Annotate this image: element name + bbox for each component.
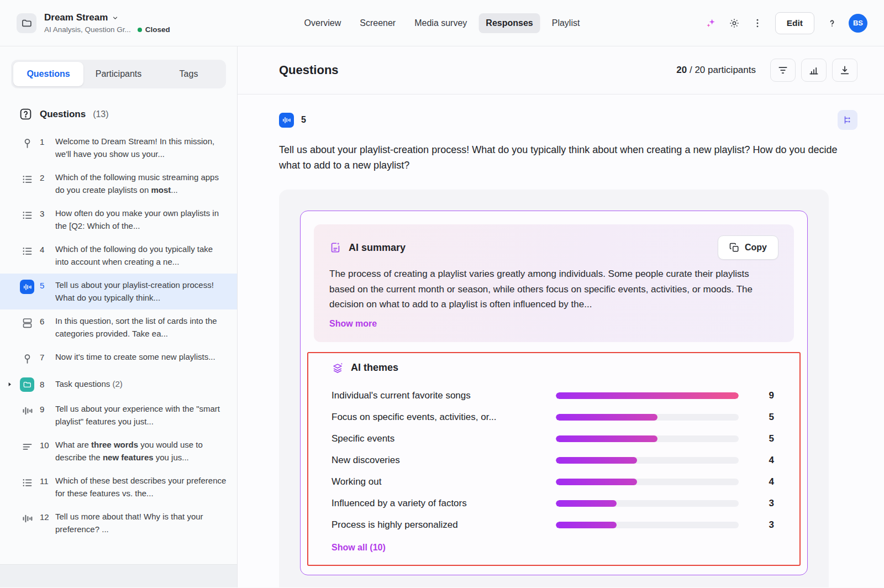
- ai-themes-section: AI themes Individual's current favorite …: [307, 352, 801, 566]
- ai-summary-icon: [329, 242, 341, 254]
- nav-media-survey[interactable]: Media survey: [407, 13, 474, 33]
- question-item-12[interactable]: 12Tell us more about that! Why is that y…: [0, 505, 237, 541]
- question-item-6[interactable]: 6In this question, sort the list of card…: [0, 309, 237, 345]
- list-icon: [20, 244, 34, 258]
- theme-label: Focus on specific events, activities, or…: [332, 412, 556, 423]
- sidebar: QuestionsParticipantsTags Questions (13)…: [0, 46, 238, 587]
- theme-label: Individual's current favorite songs: [332, 390, 556, 401]
- question-item-8[interactable]: 8Task questions (2): [0, 371, 237, 397]
- collapse-responses-button[interactable]: [838, 110, 857, 130]
- question-item-number: 10: [40, 439, 54, 450]
- question-item-number: 7: [40, 351, 54, 362]
- theme-row: Influenced by a variety of factors3: [332, 493, 774, 514]
- settings-button[interactable]: [724, 13, 744, 33]
- question-item-text: Welcome to Dream Stream! In this mission…: [55, 135, 228, 160]
- question-item-7[interactable]: 7Now it's time to create some new playli…: [0, 345, 237, 371]
- collapse-tree-icon: [843, 115, 853, 125]
- help-button[interactable]: [822, 13, 842, 33]
- main-header: Questions 20 / 20 participants: [238, 46, 884, 94]
- theme-row: Individual's current favorite songs9: [332, 385, 774, 407]
- theme-label: Specific events: [332, 433, 556, 444]
- question-item-4[interactable]: 4Which of the following do you typically…: [0, 238, 237, 274]
- theme-value: 9: [739, 390, 774, 401]
- top-bar: Dream Stream AI Analysis, Question Gr...…: [0, 0, 884, 46]
- nav-overview[interactable]: Overview: [297, 13, 349, 33]
- theme-bar: [556, 392, 739, 399]
- bar-chart-icon: [808, 65, 819, 76]
- audio-question-icon: [279, 113, 294, 128]
- theme-bar: [556, 522, 739, 528]
- list-icon: [20, 208, 34, 222]
- sparkle-icon: [706, 18, 717, 29]
- tab-participants[interactable]: Participants: [83, 62, 154, 86]
- app-body: QuestionsParticipantsTags Questions (13)…: [0, 46, 884, 587]
- expand-caret-icon[interactable]: [6, 381, 20, 388]
- question-item-5[interactable]: 5Tell us about your playlist-creation pr…: [0, 274, 237, 309]
- question-item-text: Which of these best describes your prefe…: [55, 475, 228, 500]
- project-title: Dream Stream: [44, 12, 108, 23]
- theme-bar: [556, 435, 739, 442]
- theme-label: Process is highly personalized: [332, 519, 556, 531]
- ai-summary-header: AI summary Copy: [329, 235, 778, 260]
- question-item-2[interactable]: 2Which of the following music streaming …: [0, 166, 237, 202]
- nav-responses[interactable]: Responses: [478, 13, 540, 33]
- main-content: Questions 20 / 20 participants: [238, 46, 884, 587]
- ai-themes-header: AI themes: [332, 362, 774, 374]
- page-title: Questions: [279, 63, 339, 77]
- download-button[interactable]: [832, 59, 857, 82]
- question-item-number: 3: [40, 207, 54, 218]
- question-item-number: 4: [40, 243, 54, 254]
- ai-summary-text: The process of creating a playlist varie…: [329, 266, 771, 312]
- question-item-9[interactable]: 9Tell us about your experience with the …: [0, 397, 237, 433]
- tab-questions[interactable]: Questions: [13, 62, 83, 86]
- question-child-count: (2): [112, 379, 122, 389]
- question-item-10[interactable]: 10What are three words you would use to …: [0, 433, 237, 469]
- question-item-text: Now it's time to create some new playlis…: [55, 351, 228, 364]
- question-item-text: Which of the following music streaming a…: [55, 171, 228, 196]
- question-item-text: Which of the following do you typically …: [55, 243, 228, 268]
- nav-screener[interactable]: Screener: [352, 13, 403, 33]
- edit-button[interactable]: Edit: [775, 12, 814, 34]
- cards-icon: [20, 316, 34, 330]
- user-avatar[interactable]: BS: [849, 14, 867, 33]
- sidebar-footer: [0, 564, 237, 587]
- question-item-number: 1: [40, 135, 54, 146]
- pin-icon: [20, 136, 34, 150]
- folder-icon: [20, 377, 34, 392]
- main-nav: OverviewScreenerMedia surveyResponsesPla…: [297, 13, 587, 33]
- question-item-11[interactable]: 11Which of these best describes your pre…: [0, 469, 237, 505]
- status-dot-icon: [138, 28, 142, 32]
- project-subrow: AI Analysis, Question Gr... Closed: [44, 25, 170, 34]
- copy-icon: [729, 243, 739, 253]
- show-all-link[interactable]: Show all (10): [332, 543, 386, 553]
- copy-button[interactable]: Copy: [718, 235, 778, 260]
- tab-tags[interactable]: Tags: [154, 62, 224, 86]
- ai-sparkle-button[interactable]: [701, 13, 721, 33]
- question-item-3[interactable]: 3How often do you make your own playlist…: [0, 202, 237, 238]
- ai-summary-section: AI summary Copy The process of creating …: [314, 224, 794, 342]
- nav-playlist[interactable]: Playlist: [545, 13, 587, 33]
- project-switcher[interactable]: Dream Stream: [44, 12, 170, 23]
- theme-row: Working out4: [332, 471, 774, 493]
- questions-section-header: Questions (13): [0, 107, 237, 130]
- question-item-text: Tell us more about that! Why is that you…: [55, 511, 228, 536]
- sidebar-tabs: QuestionsParticipantsTags: [11, 60, 226, 88]
- question-panel: 5 Tell us about your playlist-creation p…: [238, 95, 884, 587]
- list-icon: [20, 172, 34, 186]
- question-item-text: Task questions (2): [55, 378, 228, 391]
- filter-button[interactable]: [770, 59, 796, 82]
- project-meta: Dream Stream AI Analysis, Question Gr...…: [44, 12, 170, 34]
- question-item-number: 12: [40, 511, 54, 522]
- question-header-row: 5: [279, 110, 857, 130]
- waveform-icon: [20, 280, 34, 294]
- more-options-button[interactable]: [748, 13, 767, 33]
- theme-label: Influenced by a variety of factors: [332, 498, 556, 509]
- question-item-number: 11: [40, 475, 54, 486]
- questions-section-count: (13): [93, 109, 108, 119]
- show-more-link[interactable]: Show more: [329, 319, 377, 329]
- sort-chart-button[interactable]: [801, 59, 827, 82]
- question-item-1[interactable]: 1Welcome to Dream Stream! In this missio…: [0, 130, 237, 166]
- question-list: 1Welcome to Dream Stream! In this missio…: [0, 130, 237, 564]
- theme-bar: [556, 500, 739, 507]
- theme-bar: [556, 457, 739, 464]
